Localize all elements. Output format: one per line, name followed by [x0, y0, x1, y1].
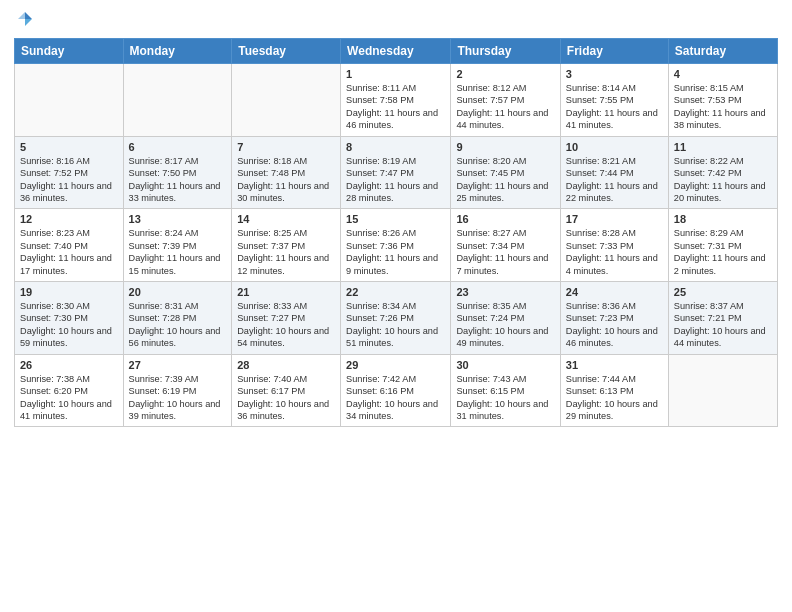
day-number: 17 — [566, 213, 663, 225]
cell-content: Sunrise: 8:22 AM Sunset: 7:42 PM Dayligh… — [674, 155, 772, 205]
day-number: 27 — [129, 359, 227, 371]
calendar-cell: 5Sunrise: 8:16 AM Sunset: 7:52 PM Daylig… — [15, 136, 124, 209]
cell-content: Sunrise: 7:44 AM Sunset: 6:13 PM Dayligh… — [566, 373, 663, 423]
calendar-week-row: 12Sunrise: 8:23 AM Sunset: 7:40 PM Dayli… — [15, 209, 778, 282]
day-number: 31 — [566, 359, 663, 371]
logo-icon — [16, 10, 34, 28]
day-number: 5 — [20, 141, 118, 153]
cell-content: Sunrise: 8:16 AM Sunset: 7:52 PM Dayligh… — [20, 155, 118, 205]
day-number: 28 — [237, 359, 335, 371]
calendar-cell: 7Sunrise: 8:18 AM Sunset: 7:48 PM Daylig… — [232, 136, 341, 209]
cell-content: Sunrise: 8:15 AM Sunset: 7:53 PM Dayligh… — [674, 82, 772, 132]
day-number: 6 — [129, 141, 227, 153]
cell-content: Sunrise: 8:25 AM Sunset: 7:37 PM Dayligh… — [237, 227, 335, 277]
day-number: 16 — [456, 213, 554, 225]
day-header-saturday: Saturday — [668, 39, 777, 64]
calendar-cell: 14Sunrise: 8:25 AM Sunset: 7:37 PM Dayli… — [232, 209, 341, 282]
calendar-page: SundayMondayTuesdayWednesdayThursdayFrid… — [0, 0, 792, 612]
day-number: 29 — [346, 359, 445, 371]
day-number: 23 — [456, 286, 554, 298]
calendar-cell: 12Sunrise: 8:23 AM Sunset: 7:40 PM Dayli… — [15, 209, 124, 282]
cell-content: Sunrise: 7:43 AM Sunset: 6:15 PM Dayligh… — [456, 373, 554, 423]
header — [14, 10, 778, 32]
calendar-cell: 10Sunrise: 8:21 AM Sunset: 7:44 PM Dayli… — [560, 136, 668, 209]
day-number: 11 — [674, 141, 772, 153]
calendar-cell: 29Sunrise: 7:42 AM Sunset: 6:16 PM Dayli… — [341, 354, 451, 427]
cell-content: Sunrise: 8:30 AM Sunset: 7:30 PM Dayligh… — [20, 300, 118, 350]
calendar-cell — [123, 64, 232, 137]
calendar-cell: 20Sunrise: 8:31 AM Sunset: 7:28 PM Dayli… — [123, 282, 232, 355]
day-header-monday: Monday — [123, 39, 232, 64]
day-number: 24 — [566, 286, 663, 298]
calendar-table: SundayMondayTuesdayWednesdayThursdayFrid… — [14, 38, 778, 427]
day-number: 4 — [674, 68, 772, 80]
day-number: 22 — [346, 286, 445, 298]
calendar-cell: 30Sunrise: 7:43 AM Sunset: 6:15 PM Dayli… — [451, 354, 560, 427]
svg-marker-2 — [18, 12, 25, 19]
cell-content: Sunrise: 8:33 AM Sunset: 7:27 PM Dayligh… — [237, 300, 335, 350]
day-number: 9 — [456, 141, 554, 153]
cell-content: Sunrise: 7:42 AM Sunset: 6:16 PM Dayligh… — [346, 373, 445, 423]
day-number: 7 — [237, 141, 335, 153]
calendar-week-row: 5Sunrise: 8:16 AM Sunset: 7:52 PM Daylig… — [15, 136, 778, 209]
calendar-cell — [668, 354, 777, 427]
calendar-cell: 16Sunrise: 8:27 AM Sunset: 7:34 PM Dayli… — [451, 209, 560, 282]
day-number: 1 — [346, 68, 445, 80]
day-number: 20 — [129, 286, 227, 298]
day-number: 26 — [20, 359, 118, 371]
cell-content: Sunrise: 8:14 AM Sunset: 7:55 PM Dayligh… — [566, 82, 663, 132]
calendar-cell: 21Sunrise: 8:33 AM Sunset: 7:27 PM Dayli… — [232, 282, 341, 355]
day-number: 25 — [674, 286, 772, 298]
calendar-cell: 28Sunrise: 7:40 AM Sunset: 6:17 PM Dayli… — [232, 354, 341, 427]
calendar-cell: 1Sunrise: 8:11 AM Sunset: 7:58 PM Daylig… — [341, 64, 451, 137]
calendar-header-row: SundayMondayTuesdayWednesdayThursdayFrid… — [15, 39, 778, 64]
calendar-cell: 13Sunrise: 8:24 AM Sunset: 7:39 PM Dayli… — [123, 209, 232, 282]
cell-content: Sunrise: 8:27 AM Sunset: 7:34 PM Dayligh… — [456, 227, 554, 277]
calendar-cell: 4Sunrise: 8:15 AM Sunset: 7:53 PM Daylig… — [668, 64, 777, 137]
calendar-cell: 3Sunrise: 8:14 AM Sunset: 7:55 PM Daylig… — [560, 64, 668, 137]
calendar-cell: 9Sunrise: 8:20 AM Sunset: 7:45 PM Daylig… — [451, 136, 560, 209]
calendar-cell: 6Sunrise: 8:17 AM Sunset: 7:50 PM Daylig… — [123, 136, 232, 209]
calendar-cell: 27Sunrise: 7:39 AM Sunset: 6:19 PM Dayli… — [123, 354, 232, 427]
cell-content: Sunrise: 8:23 AM Sunset: 7:40 PM Dayligh… — [20, 227, 118, 277]
calendar-cell: 8Sunrise: 8:19 AM Sunset: 7:47 PM Daylig… — [341, 136, 451, 209]
calendar-week-row: 19Sunrise: 8:30 AM Sunset: 7:30 PM Dayli… — [15, 282, 778, 355]
calendar-cell: 19Sunrise: 8:30 AM Sunset: 7:30 PM Dayli… — [15, 282, 124, 355]
cell-content: Sunrise: 7:39 AM Sunset: 6:19 PM Dayligh… — [129, 373, 227, 423]
calendar-cell: 25Sunrise: 8:37 AM Sunset: 7:21 PM Dayli… — [668, 282, 777, 355]
calendar-cell: 2Sunrise: 8:12 AM Sunset: 7:57 PM Daylig… — [451, 64, 560, 137]
calendar-cell — [15, 64, 124, 137]
cell-content: Sunrise: 8:20 AM Sunset: 7:45 PM Dayligh… — [456, 155, 554, 205]
day-header-sunday: Sunday — [15, 39, 124, 64]
cell-content: Sunrise: 7:38 AM Sunset: 6:20 PM Dayligh… — [20, 373, 118, 423]
cell-content: Sunrise: 8:26 AM Sunset: 7:36 PM Dayligh… — [346, 227, 445, 277]
calendar-cell: 24Sunrise: 8:36 AM Sunset: 7:23 PM Dayli… — [560, 282, 668, 355]
cell-content: Sunrise: 8:31 AM Sunset: 7:28 PM Dayligh… — [129, 300, 227, 350]
cell-content: Sunrise: 7:40 AM Sunset: 6:17 PM Dayligh… — [237, 373, 335, 423]
day-number: 3 — [566, 68, 663, 80]
calendar-cell: 31Sunrise: 7:44 AM Sunset: 6:13 PM Dayli… — [560, 354, 668, 427]
calendar-cell: 26Sunrise: 7:38 AM Sunset: 6:20 PM Dayli… — [15, 354, 124, 427]
day-number: 10 — [566, 141, 663, 153]
cell-content: Sunrise: 8:29 AM Sunset: 7:31 PM Dayligh… — [674, 227, 772, 277]
day-number: 14 — [237, 213, 335, 225]
calendar-cell — [232, 64, 341, 137]
day-number: 12 — [20, 213, 118, 225]
cell-content: Sunrise: 8:12 AM Sunset: 7:57 PM Dayligh… — [456, 82, 554, 132]
cell-content: Sunrise: 8:11 AM Sunset: 7:58 PM Dayligh… — [346, 82, 445, 132]
day-header-thursday: Thursday — [451, 39, 560, 64]
logo — [14, 10, 36, 32]
cell-content: Sunrise: 8:21 AM Sunset: 7:44 PM Dayligh… — [566, 155, 663, 205]
day-number: 18 — [674, 213, 772, 225]
calendar-cell: 11Sunrise: 8:22 AM Sunset: 7:42 PM Dayli… — [668, 136, 777, 209]
cell-content: Sunrise: 8:17 AM Sunset: 7:50 PM Dayligh… — [129, 155, 227, 205]
day-number: 13 — [129, 213, 227, 225]
day-number: 8 — [346, 141, 445, 153]
day-header-friday: Friday — [560, 39, 668, 64]
day-header-wednesday: Wednesday — [341, 39, 451, 64]
day-number: 19 — [20, 286, 118, 298]
day-number: 2 — [456, 68, 554, 80]
calendar-cell: 18Sunrise: 8:29 AM Sunset: 7:31 PM Dayli… — [668, 209, 777, 282]
calendar-cell: 17Sunrise: 8:28 AM Sunset: 7:33 PM Dayli… — [560, 209, 668, 282]
day-number: 15 — [346, 213, 445, 225]
